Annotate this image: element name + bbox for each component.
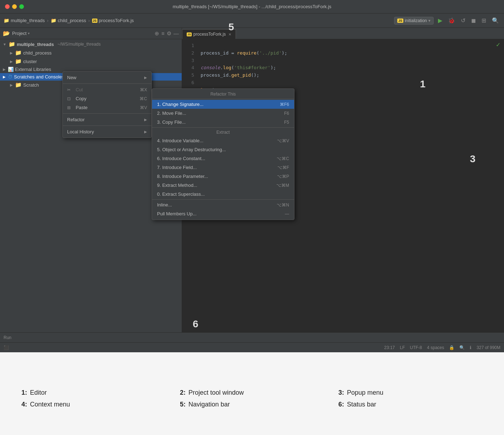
refactor-item-extract-method[interactable]: 9. Extract Method... ⌥⌘M [152, 181, 294, 190]
annotation-num-6: 6: [338, 401, 344, 408]
tree-item-cluster[interactable]: ▶ 📁 cluster [0, 57, 182, 66]
refactor-shortcut-move-file: F6 [284, 111, 289, 116]
submenu-arrow-refactor: ▶ [144, 118, 147, 122]
refactor-item-intro-const[interactable]: 6. Introduce Constant... ⌥⌘C [152, 154, 294, 163]
ctx-shortcut-cut: ⌘X [140, 87, 147, 92]
refactor-label-intro-param: 8. Introduce Parameter... [157, 174, 208, 179]
sidebar-header: 📂 Project ▾ ⊕ ≡ ⚙ — [0, 28, 182, 39]
annotation-label-5: Navigation bar [188, 401, 230, 408]
status-position[interactable]: 23:17 [384, 345, 395, 350]
minimize-button[interactable] [12, 4, 17, 9]
breadcrumb-child[interactable]: child_process [58, 18, 86, 23]
annotations-section: 1: Editor 2: Project tool window 3: Popu… [0, 352, 504, 435]
status-encoding[interactable]: UTF-8 [410, 345, 422, 350]
layout-button[interactable]: ⊞ [480, 16, 488, 25]
ctx-shortcut-copy: ⌘C [140, 96, 147, 101]
settings-icon[interactable]: ≡ [161, 30, 165, 37]
status-line-ending[interactable]: LF [400, 345, 405, 350]
expand-arrow-cluster: ▶ [10, 60, 13, 63]
tree-label-child: child_process [23, 50, 52, 56]
ctx-label-new: New [67, 75, 76, 80]
statusbar: ⬛ 23:17 LF UTF-8 4 spaces 🔒 🔍 ℹ 327 of 9… [0, 342, 504, 352]
annotation-2: 2: Project tool window [180, 389, 324, 396]
ctx-item-refactor[interactable]: Refactor ▶ [63, 115, 151, 124]
tab-close-icon[interactable]: ✕ [228, 32, 231, 36]
tree-item-child-process[interactable]: ▶ 📁 child_process [0, 48, 182, 57]
search-button[interactable]: 🔍 [490, 16, 500, 25]
ctx-item-local-history[interactable]: Local History ▶ [63, 127, 151, 136]
gear-icon[interactable]: ⚙ [167, 30, 171, 37]
ctx-separator-1 [63, 83, 151, 84]
refactor-item-inline[interactable]: Inline... ⌥⌘N [152, 200, 294, 209]
ctx-separator-2 [63, 113, 151, 114]
breadcrumb-file[interactable]: processToFork.js [99, 18, 134, 23]
stop-button[interactable]: ◼ [470, 16, 477, 25]
chevron-down-icon: ▾ [28, 31, 30, 35]
refactor-menu: Refactor This 1. Change Signature... ⌘F6… [152, 88, 294, 220]
tree-label-root: multiple_threads [17, 42, 54, 47]
ctx-item-paste[interactable]: ⊞ Paste ⌘V [63, 103, 151, 112]
refactor-shortcut-intro-param: ⌥⌘P [277, 174, 289, 179]
editor-tabs: JS processToFork.js ✕ [182, 28, 504, 39]
sidebar-title: Project ▾ [12, 31, 30, 36]
status-terminal-icon: ⬛ [4, 345, 9, 350]
refactor-item-intro-field[interactable]: 7. Introduce Field... ⌥⌘F [152, 163, 294, 172]
branch-selector[interactable]: JS initialization ▾ [394, 17, 434, 25]
tree-label-cluster: cluster [23, 59, 37, 64]
bottom-panel: Run [0, 332, 504, 342]
annotations-grid: 1: Editor 2: Project tool window 3: Popu… [21, 389, 483, 408]
paste-icon: ⊞ [67, 105, 73, 110]
minimize-panel-icon[interactable]: — [173, 30, 179, 37]
window-controls[interactable] [5, 4, 24, 9]
folder-icon-cluster: 📁 [15, 58, 22, 65]
annotation-num-1: 1: [21, 389, 27, 396]
debug-button[interactable]: 🐞 [447, 16, 457, 25]
ctx-item-cut[interactable]: ✂ Cut ⌘X [63, 85, 151, 94]
ctx-separator-3 [63, 126, 151, 126]
ctx-item-new[interactable]: New ▶ [63, 73, 151, 82]
refactor-item-obj-destructure[interactable]: 5. Object or Array Destructuring... [152, 145, 294, 154]
expand-arrow-ext: ▶ [3, 67, 6, 71]
extract-section-label: Extract [152, 128, 294, 136]
run-button[interactable]: ▶ [437, 16, 444, 25]
refactor-item-copy-file[interactable]: 3. Copy File... F5 [152, 118, 294, 127]
add-icon[interactable]: ⊕ [155, 30, 159, 37]
breadcrumb: 📁 multiple_threads › 📁 child_process › J… [4, 18, 134, 23]
refactor-item-intro-var[interactable]: 4. Introduce Variable... ⌥⌘V [152, 136, 294, 145]
annotation-label-3: Popup menu [347, 389, 383, 396]
close-button[interactable] [5, 4, 10, 9]
refactor-label-pull-members: Pull Members Up... [157, 211, 197, 216]
refactor-shortcut-intro-const: ⌥⌘C [277, 156, 289, 161]
annotation-num-5: 5: [180, 401, 186, 408]
ctx-label-copy: Copy [76, 96, 86, 101]
tree-item-root[interactable]: ▼ 📁 multiple_threads ~/WS/multiple_threa… [0, 40, 182, 48]
maximize-button[interactable] [19, 4, 24, 9]
folder-icon: 📁 [4, 18, 9, 23]
status-memory[interactable]: 327 of 990M [477, 345, 500, 350]
submenu-arrow-local-history: ▶ [144, 130, 147, 134]
status-indent[interactable]: 4 spaces [427, 345, 444, 350]
rerun-button[interactable]: ↺ [459, 16, 467, 25]
refactor-item-change-sig[interactable]: 1. Change Signature... ⌘F6 [152, 100, 294, 109]
refactor-label-intro-const: 6. Introduce Constant... [157, 156, 205, 161]
folder-icon-child: 📁 [51, 18, 56, 23]
navbar-right: JS initialization ▾ ▶ 🐞 ↺ ◼ ⊞ 🔍 [394, 16, 500, 25]
status-search-icon[interactable]: 🔍 [459, 345, 465, 350]
folder-icon: 📁 [9, 41, 15, 47]
refactor-item-intro-param[interactable]: 8. Introduce Parameter... ⌥⌘P [152, 172, 294, 181]
refactor-label-intro-field: 7. Introduce Field... [157, 165, 197, 170]
refactor-shortcut-copy-file: F5 [284, 120, 289, 125]
refactor-item-move-file[interactable]: 2. Move File... F6 [152, 109, 294, 118]
expand-arrow-scratch: ▶ [10, 83, 13, 87]
navigation-bar: 📁 multiple_threads › 📁 child_process › J… [0, 14, 504, 28]
tree-label-ext: External Libraries [15, 67, 51, 72]
refactor-item-pull-members[interactable]: Pull Members Up... — [152, 209, 294, 218]
status-info-icon[interactable]: ℹ [470, 345, 472, 350]
ctx-label-cut: Cut [76, 87, 83, 92]
ctx-item-copy[interactable]: ⊡ Copy ⌘C [63, 94, 151, 103]
tab-processToFork[interactable]: JS processToFork.js ✕ [182, 29, 236, 39]
refactor-sep-top [152, 99, 294, 99]
refactor-item-extract-super[interactable]: 0. Extract Superclass... [152, 190, 294, 199]
breadcrumb-root[interactable]: multiple_threads [11, 18, 45, 23]
refactor-shortcut-inline: ⌥⌘N [277, 203, 289, 208]
